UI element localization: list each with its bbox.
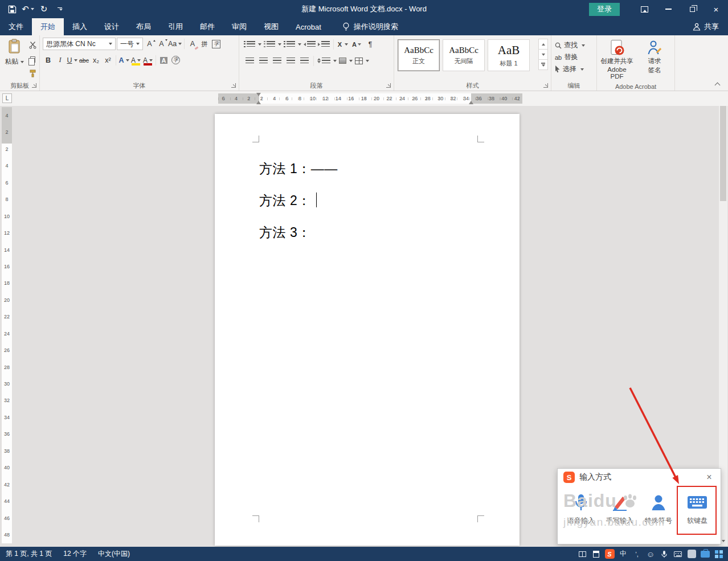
align-right-button[interactable] (271, 55, 283, 67)
voice-input-button[interactable]: 语音输入 (562, 492, 600, 526)
tab-layout[interactable]: 布局 (128, 18, 159, 35)
document-line[interactable]: 方法 2： (259, 192, 317, 210)
ime-more-tools-button[interactable] (712, 547, 726, 561)
save-button[interactable] (6, 2, 18, 16)
multilevel-list-button[interactable] (284, 38, 301, 50)
style-gallery-more-button[interactable] (538, 59, 548, 70)
decrease-indent-button[interactable] (304, 38, 316, 50)
first-line-indent-marker[interactable] (256, 93, 261, 96)
right-indent-marker[interactable] (469, 101, 473, 104)
tab-references[interactable]: 引用 (159, 18, 191, 35)
styles-dialog-launcher[interactable] (543, 83, 549, 89)
special-symbols-button[interactable]: 特殊符号 (640, 492, 677, 526)
font-size-select[interactable]: 一号 (117, 38, 143, 50)
ime-keyboard-button[interactable] (671, 547, 685, 561)
paste-button[interactable]: 粘贴 (2, 39, 26, 67)
clipboard-dialog-launcher[interactable] (31, 83, 38, 89)
distribute-button[interactable] (298, 55, 310, 67)
ime-toolbox-button[interactable] (698, 547, 712, 561)
tell-me-search[interactable]: 操作说明搜索 (342, 18, 398, 35)
align-left-button[interactable] (244, 55, 255, 67)
page-indicator[interactable]: 第 1 页, 共 1 页 (0, 549, 58, 559)
request-signature-button[interactable]: 请求 签名 (638, 39, 671, 81)
print-layout-button[interactable] (589, 547, 603, 561)
language-indicator[interactable]: 中文(中国) (92, 549, 136, 559)
highlight-color-button[interactable]: A (130, 54, 141, 66)
share-button[interactable]: 共享 (693, 18, 719, 35)
restore-button[interactable] (680, 0, 704, 18)
ime-language-button[interactable]: 中 (616, 547, 630, 561)
bullets-button[interactable] (244, 38, 261, 50)
asian-layout-button[interactable]: X (337, 38, 349, 50)
tab-view[interactable]: 视图 (255, 18, 287, 35)
tab-design[interactable]: 设计 (96, 18, 128, 35)
document-line[interactable]: 方法 3： (259, 224, 311, 241)
copy-button[interactable] (27, 55, 38, 64)
superscript-button[interactable]: x² (103, 54, 113, 66)
paragraph-dialog-launcher[interactable] (386, 83, 392, 89)
vertical-ruler[interactable]: 4224681012141618202224262830323436384042… (2, 107, 12, 543)
increase-indent-button[interactable] (318, 38, 330, 50)
word-count[interactable]: 12 个字 (58, 549, 92, 559)
tab-insert[interactable]: 插入 (64, 18, 96, 35)
borders-button[interactable] (355, 55, 369, 67)
text-effects-button[interactable]: A (118, 54, 129, 66)
scrollbar-thumb[interactable] (720, 104, 726, 201)
close-button[interactable]: × (704, 0, 728, 18)
style-card-heading1[interactable]: AaB 标题 1 (488, 39, 530, 71)
ribbon-display-options-button[interactable] (632, 0, 656, 18)
tab-home[interactable]: 开始 (32, 18, 64, 35)
tab-review[interactable]: 审阅 (223, 18, 255, 35)
document-page[interactable]: 方法 1：—— 方法 2： 方法 3： (215, 114, 520, 546)
read-mode-button[interactable] (575, 547, 589, 561)
tab-acrobat[interactable]: Acrobat (287, 18, 330, 35)
phonetic-guide-button[interactable]: 拼 (199, 38, 210, 50)
enclose-characters-button[interactable]: 字 (211, 38, 222, 50)
tab-mailings[interactable]: 邮件 (191, 18, 223, 35)
soft-keyboard-button[interactable]: 软键盘 (678, 492, 716, 526)
grow-font-button[interactable]: A (144, 38, 155, 50)
sign-in-button[interactable]: 登录 (589, 3, 620, 16)
line-spacing-button[interactable] (317, 55, 337, 67)
create-share-pdf-button[interactable]: 创建并共享 Adobe PDF (600, 39, 633, 81)
ime-mic-button[interactable] (657, 547, 671, 561)
replace-button[interactable]: ab 替换 (554, 51, 594, 63)
shrink-font-button[interactable]: A (156, 38, 167, 50)
hanging-indent-marker[interactable] (256, 101, 261, 104)
font-dialog-launcher[interactable] (231, 83, 237, 89)
style-card-no-spacing[interactable]: AaBbCc 无间隔 (443, 39, 485, 71)
format-painter-button[interactable] (27, 69, 38, 78)
character-shading-button[interactable]: A (158, 54, 169, 66)
minimize-button[interactable] (656, 0, 680, 18)
customize-qat-button[interactable] (54, 2, 66, 16)
undo-button[interactable]: ↶ (22, 2, 34, 16)
clear-formatting-button[interactable]: A (187, 38, 198, 50)
popup-close-button[interactable]: × (704, 472, 715, 482)
bold-button[interactable]: B (43, 54, 54, 66)
numbering-button[interactable] (264, 38, 281, 50)
show-paragraph-marks-button[interactable]: ¶ (365, 38, 376, 50)
handwriting-input-button[interactable]: 手写输入 (601, 492, 639, 526)
change-case-button[interactable]: Aa (168, 38, 182, 50)
cut-button[interactable] (27, 40, 38, 50)
font-color-button[interactable]: A (142, 54, 153, 66)
underline-button[interactable]: U (67, 54, 77, 66)
style-scroll-up-button[interactable] (538, 39, 548, 50)
tab-stop-selector[interactable]: L (2, 93, 12, 103)
horizontal-ruler[interactable]: 6422468101214161820222426283032343638404… (218, 93, 522, 104)
style-scroll-down-button[interactable] (538, 49, 548, 60)
select-button[interactable]: 选择 (554, 63, 594, 75)
italic-button[interactable]: I (55, 54, 66, 66)
style-card-normal[interactable]: AaBbCc 正文 (398, 39, 440, 71)
redo-button[interactable]: ↻ (38, 2, 50, 16)
align-center-button[interactable] (257, 55, 269, 67)
subscript-button[interactable]: x₂ (91, 54, 101, 66)
shading-button[interactable] (339, 55, 353, 67)
ime-emoji-button[interactable]: ☺ (644, 547, 657, 561)
justify-button[interactable] (285, 55, 296, 67)
find-button[interactable]: 查找 (554, 39, 594, 51)
sogou-logo-button[interactable]: S (603, 547, 616, 561)
tab-file[interactable]: 文件 (0, 18, 32, 35)
collapse-ribbon-button[interactable] (712, 81, 722, 89)
font-name-select[interactable]: 思源黑体 CN Nc (43, 38, 116, 50)
